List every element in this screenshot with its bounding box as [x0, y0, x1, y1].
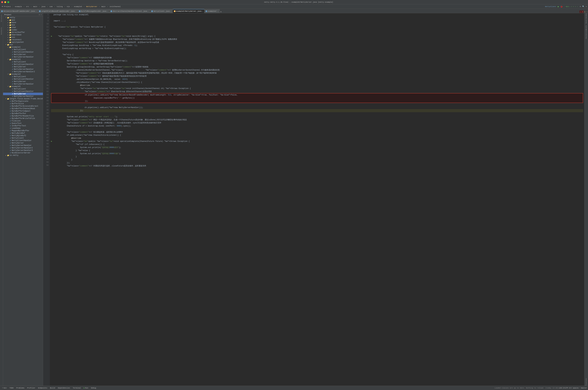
tree-item-bytebuffercompact[interactable]: JByteBufferCompact — [3, 110, 43, 112]
tree-item-nettyserver[interactable]: JNettyServer — [3, 80, 43, 83]
tab-close[interactable]: ✕ — [202, 10, 203, 12]
tree-item-leakdemo[interactable]: JLeakDemo — [3, 127, 43, 130]
tree-item-bytebufferwritetofile[interactable]: JByteBufferWriteToFile — [3, 117, 43, 120]
tree-item-nettyserver[interactable]: JNettyServer — [3, 66, 43, 68]
tree-item-nettyserver[interactable]: JNettyServer — [3, 142, 43, 144]
breadcrumb-tuling[interactable]: tuling — [56, 5, 64, 8]
run-tool[interactable]: ▶ Run — [82, 387, 89, 389]
tree-item-nettyclienthandler[interactable]: JNettyClientHandler — [3, 139, 43, 142]
tree-item-aio[interactable]: ▶📁aio — [3, 19, 43, 21]
tree-item-nettyserverhandler[interactable]: JNettyServerHandler — [3, 68, 43, 71]
restservices-icon[interactable]: RestServices — [585, 32, 588, 35]
sidebar-settings[interactable]: ⚙ ≡ — [39, 14, 42, 16]
tab-nettyserver-active[interactable]: example5/NettyServer.java ✕ — [173, 9, 204, 13]
tree-item-nettyserver[interactable]: JNettyServer — [3, 53, 43, 56]
tab-abstractchannel[interactable]: AbstractChannelHandlerContext.java ✕ — [109, 9, 150, 13]
tab-bytetomessage[interactable]: ByteToMessageDecoder.java ✕ — [78, 9, 109, 13]
tree-item-nettyserverhandler[interactable]: JNettyServerHandler — [3, 144, 43, 147]
debug-tool[interactable]: Debug — [90, 387, 97, 389]
tree-item-nettyserver[interactable]: JNettyServer — [3, 93, 43, 95]
tab-close[interactable]: ✕ — [36, 10, 36, 12]
problems-tool[interactable]: Problems — [15, 387, 26, 389]
code-editor[interactable]: 1231011121314151617181920212223242526272… — [43, 13, 584, 386]
tree-item-bytebufferreaderfile[interactable]: JByteBufferReaderFile — [3, 115, 43, 117]
tree-item-nettyserverhandler[interactable]: JNettyServerHandler — [3, 83, 43, 85]
breadcrumb-nettyserver[interactable]: NettyServer — [85, 5, 98, 8]
dependencies-tool[interactable]: Dependencies — [56, 387, 71, 389]
position-indicator[interactable]: 138:24 — [559, 387, 565, 389]
breadcrumb-com[interactable]: com — [49, 5, 53, 8]
tab-close[interactable]: ✕ — [148, 10, 149, 12]
tree-item-guesstest[interactable]: JGuessTest — [3, 122, 43, 125]
tree-item-length.field.based.frame.decoder[interactable]: ▼📁length.field.based.frame.decoder — [3, 98, 43, 100]
git-tool[interactable]: ⑂ Git — [1, 387, 8, 390]
more-tabs-button[interactable]: ▼ — [220, 11, 222, 13]
tab-close[interactable]: ✕ — [75, 10, 76, 12]
tree-item-codec[interactable]: ▶📁codec — [3, 29, 43, 31]
tree-item-nettyclient[interactable]: JNettyClient — [3, 88, 43, 90]
run-button[interactable]: ▶ — [557, 5, 559, 8]
breadcrumb-src[interactable]: src — [25, 5, 30, 8]
tree-item-intbuffertest[interactable]: JIntBufferTest — [3, 125, 43, 127]
breadcrumb-main[interactable]: main — [32, 5, 38, 8]
breadcrumb-java[interactable]: java — [41, 5, 46, 8]
encoding-indicator[interactable]: UTF-8 — [565, 387, 570, 389]
tree-item-bytebufferchannelread[interactable]: JByteBufferChannelRead — [3, 107, 43, 110]
tree-item-nettyclienthandler[interactable]: JNettyClientHandler — [3, 90, 43, 93]
build-tool[interactable]: Build — [49, 387, 56, 389]
breadcrumb-main-method[interactable]: main — [101, 5, 106, 8]
search-button[interactable]: 🔍 — [582, 5, 585, 7]
tree-item-netty[interactable]: ▼📁netty — [3, 16, 43, 19]
indent-indicator[interactable]: 4 spaces — [571, 387, 579, 389]
tree-item-nio[interactable]: ▶📁nio — [3, 36, 43, 39]
terminal-tool[interactable]: Terminal — [72, 387, 82, 389]
close-button[interactable] — [1, 1, 3, 3]
tree-item-reconnect[interactable]: ▶📁reconnect — [3, 39, 43, 41]
tree-item-nettyclienthandler[interactable]: JNettyClientHandler — [3, 78, 43, 80]
tree-item-nettyserverhandler[interactable]: JNettyServerHandler — [3, 95, 43, 98]
tree-item-nettyclienthandler[interactable]: JNettyClientHandler — [3, 63, 43, 66]
endpoints-tool[interactable]: Endpoints — [37, 387, 49, 389]
tree-item-directbuffer[interactable]: ▶📁directbuffer — [3, 31, 43, 34]
tree-item-nioselectorserver[interactable]: JNioSelectorServer — [3, 152, 43, 154]
settings-button[interactable]: ⚙ — [585, 5, 587, 7]
tree-item-nettybytebuf2[interactable]: JNettyByteBuf2 — [3, 135, 43, 137]
tree-item-bytebufferput[interactable]: JByteBufferPut — [3, 112, 43, 115]
breadcrumb-example5[interactable]: example5 — [73, 5, 83, 8]
tree-item-nettybytebuf[interactable]: JNettyByteBuf — [3, 132, 43, 135]
branch-indicator[interactable]: master — [581, 387, 587, 389]
structure-icon[interactable]: Structure — [0, 14, 3, 23]
tree-item-filelock[interactable]: JFileLock — [3, 120, 43, 122]
tab-example4[interactable]: example4/ ✕ — [204, 9, 220, 13]
tab-nettyclient[interactable]: NettyClient.java ✕ — [150, 9, 173, 13]
tree-item-chat[interactable]: ▶📁chat — [3, 26, 43, 29]
debug-button[interactable]: 🐞 — [560, 5, 563, 8]
tree-item-nettyserverhandler3[interactable]: JNettyServerHandler3 — [3, 149, 43, 152]
tree-item-nettyclient[interactable]: JNettyClient — [3, 49, 43, 51]
tree-item-example1[interactable]: ▼📁example1 — [3, 46, 43, 49]
tree-item-nettyclient[interactable]: JNettyClient — [3, 137, 43, 139]
notifications-icon[interactable]: Notifications — [585, 382, 588, 385]
tree-item-heartbeat[interactable]: ▶📁heartbeat — [3, 34, 43, 36]
tree-item-nettyclient[interactable]: JNettyClient — [3, 61, 43, 63]
code-content[interactable]: package com.tuling.nio.example5; import … — [50, 13, 584, 386]
breadcrumb-example[interactable]: example — [14, 5, 23, 8]
tab-close[interactable]: ✕ — [107, 10, 108, 12]
tree-item-example3[interactable]: ▼📁example3 — [3, 58, 43, 61]
tree-item-bio[interactable]: ▶📁bio — [3, 24, 43, 26]
tree-item-io.netty[interactable]: ▶📁io.netty — [3, 154, 43, 157]
maven-icon[interactable]: Maven — [585, 20, 588, 23]
breadcrumb-nio[interactable]: nio — [66, 5, 71, 8]
bookmarks-icon[interactable]: Bookmarks — [0, 27, 3, 35]
tree-item-nettyserverhandler[interactable]: JNettyServerHandler — [3, 56, 43, 58]
breadcrumb-initchannel[interactable]: initChannel — [108, 5, 122, 8]
tree-item-bytebufferallocatedirect[interactable]: JByteBufferAllocateDirect — [3, 105, 43, 107]
profiler-tool[interactable]: Profiler — [26, 387, 37, 389]
tree-item-example4[interactable]: ▼📁example4 — [3, 73, 43, 75]
tree-item-nettyclienthandler[interactable]: JNettyClientHandler — [3, 51, 43, 53]
project-menu[interactable]: ▼ Project — [1, 5, 12, 8]
tree-item-splitpacket[interactable]: ▶📁splitpacket — [3, 41, 43, 44]
tab-delimiter[interactable]: DelimiterBasedFrameDecoder.java ✕ — [0, 9, 38, 13]
tree-item-nettyclient[interactable]: JNettyClient — [3, 75, 43, 78]
maximize-button[interactable] — [7, 1, 9, 3]
